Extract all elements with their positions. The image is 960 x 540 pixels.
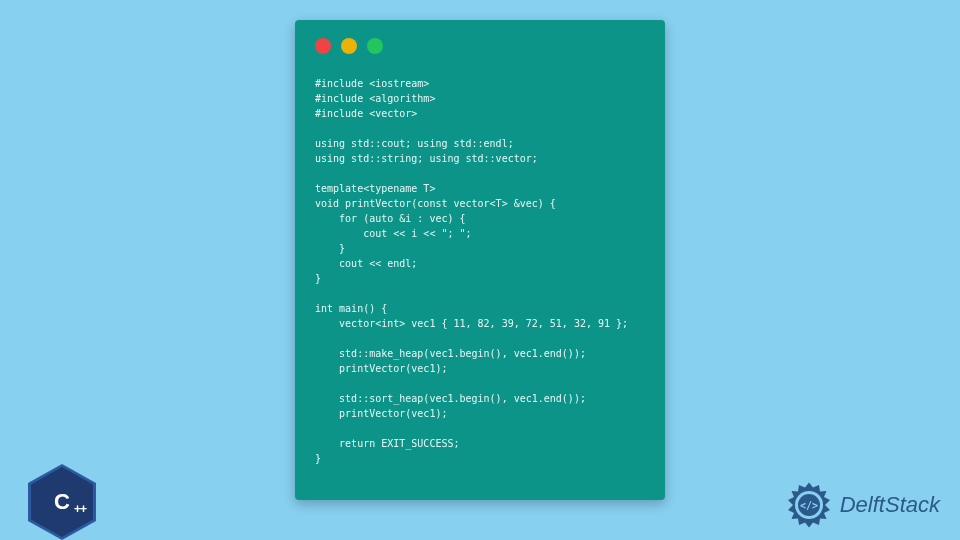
code-block: #include <iostream> #include <algorithm>…: [315, 76, 645, 466]
cpp-logo-letter: C: [54, 489, 70, 515]
code-window: #include <iostream> #include <algorithm>…: [295, 20, 665, 500]
cpp-logo-plus: ++: [74, 502, 86, 516]
close-icon: [315, 38, 331, 54]
gear-icon: </>: [784, 480, 834, 530]
delftstack-text: DelftStack: [840, 492, 940, 518]
maximize-icon: [367, 38, 383, 54]
minimize-icon: [341, 38, 357, 54]
traffic-lights: [315, 38, 645, 54]
delftstack-logo: </> DelftStack: [784, 480, 940, 530]
cpp-logo: C ++: [28, 464, 96, 540]
svg-text:</>: </>: [800, 500, 818, 511]
